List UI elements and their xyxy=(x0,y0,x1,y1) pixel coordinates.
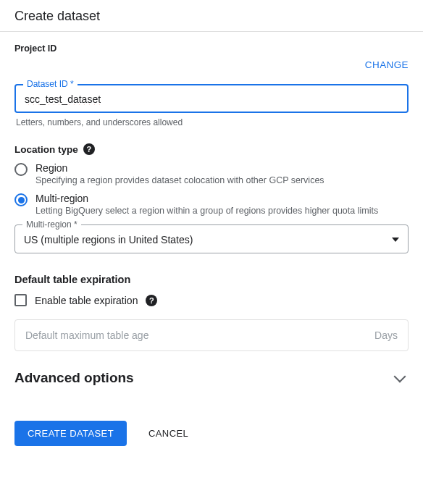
max-table-age-unit: Days xyxy=(374,329,398,341)
radio-region[interactable]: Region Specifying a region provides data… xyxy=(14,162,409,185)
radio-multi-region-desc: Letting BigQuery select a region within … xyxy=(35,206,378,216)
dataset-id-field[interactable]: Dataset ID * xyxy=(14,84,409,113)
caret-down-icon xyxy=(392,238,399,242)
dialog-content: Project ID CHANGE Dataset ID * Letters, … xyxy=(0,32,423,461)
radio-multi-region[interactable]: Multi-region Letting BigQuery select a r… xyxy=(14,193,409,216)
multi-region-select-label: Multi-region * xyxy=(22,219,81,230)
max-table-age-placeholder: Default maximum table age xyxy=(25,329,148,341)
max-table-age-field: Default maximum table age Days xyxy=(14,319,409,351)
expiration-heading: Default table expiration xyxy=(14,274,409,285)
multi-region-select[interactable]: Multi-region * US (multiple regions in U… xyxy=(14,224,409,253)
location-type-label: Location type xyxy=(14,144,78,155)
change-project-link[interactable]: CHANGE xyxy=(365,59,409,70)
project-id-label: Project ID xyxy=(14,43,409,54)
advanced-options-heading: Advanced options xyxy=(14,370,134,386)
location-section: Location type ? Region Specifying a regi… xyxy=(14,143,409,253)
multi-region-select-value: US (multiple regions in United States) xyxy=(24,234,193,245)
help-icon[interactable]: ? xyxy=(83,143,95,155)
enable-expiration-label: Enable table expiration xyxy=(35,295,138,306)
enable-expiration-row[interactable]: Enable table expiration ? xyxy=(14,294,409,306)
advanced-options-toggle[interactable]: Advanced options xyxy=(14,370,409,386)
radio-region-label: Region xyxy=(35,162,324,174)
dataset-id-label: Dataset ID * xyxy=(23,79,78,89)
dataset-id-helper: Letters, numbers, and underscores allowe… xyxy=(16,117,409,127)
radio-region-desc: Specifying a region provides dataset col… xyxy=(35,175,324,185)
dialog-footer: CREATE DATASET CANCEL xyxy=(14,421,409,446)
create-dataset-button[interactable]: CREATE DATASET xyxy=(14,421,127,446)
dialog-title: Create dataset xyxy=(14,9,409,24)
checkbox-icon xyxy=(14,294,27,306)
project-section: Project ID CHANGE xyxy=(14,43,409,71)
help-icon[interactable]: ? xyxy=(146,295,157,306)
chevron-down-icon xyxy=(394,371,406,383)
radio-multi-region-label: Multi-region xyxy=(35,193,378,204)
dataset-id-input[interactable] xyxy=(25,93,398,105)
radio-icon xyxy=(14,163,28,176)
dialog-header: Create dataset xyxy=(0,0,423,32)
cancel-button[interactable]: CANCEL xyxy=(144,427,193,440)
radio-icon xyxy=(14,193,28,206)
